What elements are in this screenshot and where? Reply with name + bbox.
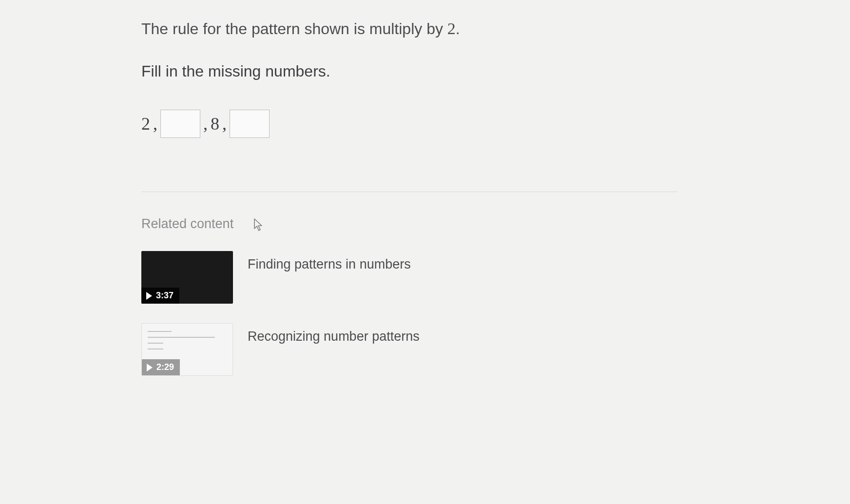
cursor-pointer-icon [253,218,266,234]
video-title: Recognizing number patterns [248,323,420,344]
play-icon [146,292,152,300]
video-thumbnail: 3:37 [141,251,233,304]
sequence-separator: , [203,114,208,134]
question-instruction: Fill in the missing numbers. [141,62,585,80]
sequence-term-1: 2 [141,114,150,134]
section-divider [141,192,677,192]
sequence-separator: , [153,114,157,134]
sequence-input-1[interactable] [160,110,200,138]
video-duration: 2:29 [156,362,174,372]
related-content-heading: Related content [141,216,233,232]
related-video-item[interactable]: 2:29 Recognizing number patterns [141,323,585,376]
sequence-separator: , [222,114,227,134]
question-rule-suffix: . [456,20,460,38]
related-content-section: Related content 3:37 Finding patterns in… [141,216,585,376]
video-thumbnail: 2:29 [141,323,233,376]
number-sequence: 2, , 8, [141,110,585,138]
related-video-item[interactable]: 3:37 Finding patterns in numbers [141,251,585,304]
question-rule-number: 2 [447,19,456,38]
exercise-content: The rule for the pattern shown is multip… [0,0,585,376]
video-duration-badge: 3:37 [141,288,179,304]
video-title: Finding patterns in numbers [248,251,411,272]
video-duration-badge: 2:29 [142,359,180,375]
sequence-input-2[interactable] [230,110,270,138]
sequence-term-3: 8 [211,114,219,134]
question-rule-text: The rule for the pattern shown is multip… [141,19,585,38]
video-duration: 3:37 [156,291,174,301]
thumbnail-content-preview [148,331,227,355]
question-rule-prefix: The rule for the pattern shown is multip… [141,20,447,38]
play-icon [147,364,153,371]
